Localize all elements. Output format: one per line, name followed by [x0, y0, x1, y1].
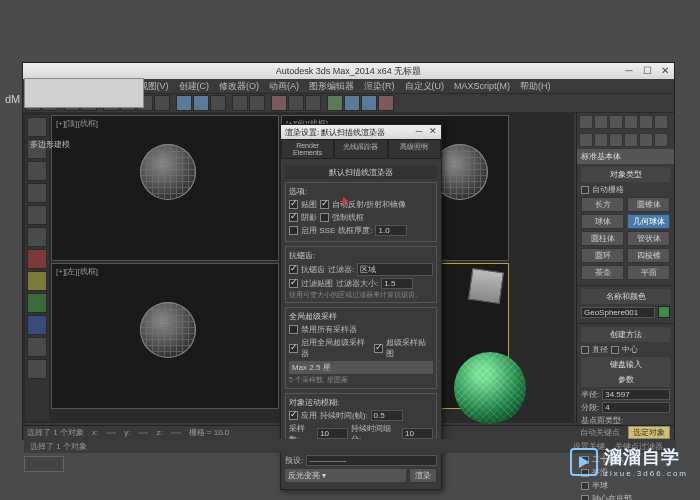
tab-adv-lighting[interactable]: 高级照明 [388, 139, 441, 159]
cat-helpers[interactable] [639, 133, 653, 147]
object-name-field[interactable]: GeoSphere001 [581, 307, 655, 318]
tab-utilities[interactable] [654, 115, 668, 129]
menu-item[interactable]: 帮助(H) [520, 80, 551, 93]
tab-hierarchy[interactable] [609, 115, 623, 129]
menu-item[interactable]: 渲染(R) [364, 80, 395, 93]
ltool-blue[interactable] [27, 315, 47, 335]
filter-select[interactable]: 区域 [357, 263, 433, 276]
rollout-keyboard[interactable]: 键盘输入 [581, 357, 670, 372]
cat-lights[interactable] [609, 133, 623, 147]
filter-size[interactable]: 1.5 [381, 278, 413, 289]
menu-item[interactable]: MAXScript(M) [454, 81, 510, 91]
chk-autoreflect[interactable] [320, 200, 329, 209]
chk-mapping[interactable] [289, 200, 298, 209]
chk-disable-samplers[interactable] [289, 325, 298, 334]
chk-force-wireframe[interactable] [320, 213, 329, 222]
blur-subdiv[interactable]: 10 [402, 428, 433, 439]
rollout-params[interactable]: 参数 [581, 372, 670, 387]
btn-teapot[interactable]: 茶壶 [581, 265, 624, 280]
sampler-select[interactable]: Max 2.5 星 [289, 361, 433, 374]
btn-geosphere[interactable]: 几何球体 [627, 214, 670, 229]
tool-snap[interactable] [176, 95, 192, 111]
btn-plane[interactable]: 平面 [627, 265, 670, 280]
color-swatch[interactable] [658, 306, 670, 318]
ltool-4[interactable] [27, 183, 47, 203]
ltool-red[interactable] [27, 249, 47, 269]
minimize-icon[interactable]: ─ [622, 63, 636, 77]
y-coord[interactable] [138, 432, 148, 434]
geosphere-wire[interactable] [140, 144, 196, 200]
render-target-select[interactable]: 反光变亮 ▾ [285, 469, 406, 482]
chk-hemi[interactable] [581, 482, 589, 490]
blur-samples[interactable]: 10 [317, 428, 348, 439]
tool-material[interactable] [327, 95, 343, 111]
ltool-yellow[interactable] [27, 271, 47, 291]
chk-shadows[interactable] [289, 213, 298, 222]
chk-base[interactable] [581, 495, 589, 501]
tool-render-setup[interactable] [344, 95, 360, 111]
radius-field[interactable]: 34.597 [602, 389, 670, 400]
tool-mirror[interactable] [232, 95, 248, 111]
maximize-icon[interactable]: ☐ [640, 63, 654, 77]
ltool-5[interactable] [27, 205, 47, 225]
tab-raytracer[interactable]: 光线跟踪器 [334, 139, 387, 159]
tab-display[interactable] [639, 115, 653, 129]
ltool-12[interactable] [27, 359, 47, 379]
z-coord[interactable] [171, 432, 181, 434]
segments-field[interactable]: 4 [602, 402, 670, 413]
cat-geometry[interactable] [579, 133, 593, 147]
menu-item[interactable]: 动画(A) [269, 80, 299, 93]
tool-render-frame[interactable] [361, 95, 377, 111]
menu-item[interactable]: 图形编辑器 [309, 80, 354, 93]
viewport-left[interactable]: [+][左][线框] [51, 263, 279, 409]
rollout-create-method[interactable]: 创建方法 [581, 327, 670, 342]
ltool-green[interactable] [27, 293, 47, 313]
rollout-name-color[interactable]: 名称和颜色 [581, 289, 670, 304]
tool-align[interactable] [249, 95, 265, 111]
btn-pyramid[interactable]: 四棱锥 [627, 248, 670, 263]
btn-torus[interactable]: 圆环 [581, 248, 624, 263]
chk-global-ss[interactable] [289, 344, 298, 353]
btn-cone[interactable]: 圆锥体 [627, 197, 670, 212]
btn-tube[interactable]: 管状体 [627, 231, 670, 246]
tool-scale[interactable] [154, 95, 170, 111]
cat-space[interactable] [654, 133, 668, 147]
dialog-close-icon[interactable]: ✕ [427, 125, 439, 137]
viewcube[interactable] [468, 268, 504, 304]
ltool-3[interactable] [27, 161, 47, 181]
btn-cylinder[interactable]: 圆柱体 [581, 231, 624, 246]
chk-aa[interactable] [289, 265, 298, 274]
tool-curve-editor[interactable] [288, 95, 304, 111]
chk-autogrid[interactable] [581, 186, 589, 194]
menu-item[interactable]: 自定义(U) [405, 80, 445, 93]
tool-schematic[interactable] [305, 95, 321, 111]
geosphere-shaded[interactable] [454, 352, 526, 424]
menu-item[interactable]: 创建(C) [179, 80, 210, 93]
x-coord[interactable] [106, 432, 116, 434]
dialog-minimize-icon[interactable]: ─ [413, 125, 425, 137]
tool-angle-snap[interactable] [193, 95, 209, 111]
close-icon[interactable]: ✕ [658, 63, 672, 77]
ltool-6[interactable] [27, 227, 47, 247]
geosphere-wire[interactable] [140, 302, 196, 358]
dialog-titlebar[interactable]: 渲染设置: 默认扫描线渲染器 ─ ✕ [281, 125, 441, 139]
rollout-object-type[interactable]: 对象类型 [581, 167, 670, 182]
cat-shapes[interactable] [594, 133, 608, 147]
selected-lock[interactable]: 选定对象 [628, 426, 670, 439]
btn-sphere[interactable]: 球体 [581, 214, 624, 229]
radio-center[interactable] [611, 346, 619, 354]
chk-sse[interactable] [289, 226, 298, 235]
ltool-1[interactable] [27, 117, 47, 137]
chk-filter-maps[interactable] [289, 279, 298, 288]
tab-motion[interactable] [624, 115, 638, 129]
dropdown-primitives[interactable]: 标准基本体 [577, 149, 674, 164]
cat-cameras[interactable] [624, 133, 638, 147]
preset-select[interactable]: -------------- [306, 455, 437, 466]
render-button[interactable]: 渲染 [409, 468, 437, 483]
ltool-11[interactable] [27, 337, 47, 357]
tool-render[interactable] [378, 95, 394, 111]
tab-create[interactable] [579, 115, 593, 129]
chk-ss-maps[interactable] [374, 344, 383, 353]
tool-percent-snap[interactable] [210, 95, 226, 111]
autokey-button[interactable]: 自动关键点 [580, 427, 620, 438]
